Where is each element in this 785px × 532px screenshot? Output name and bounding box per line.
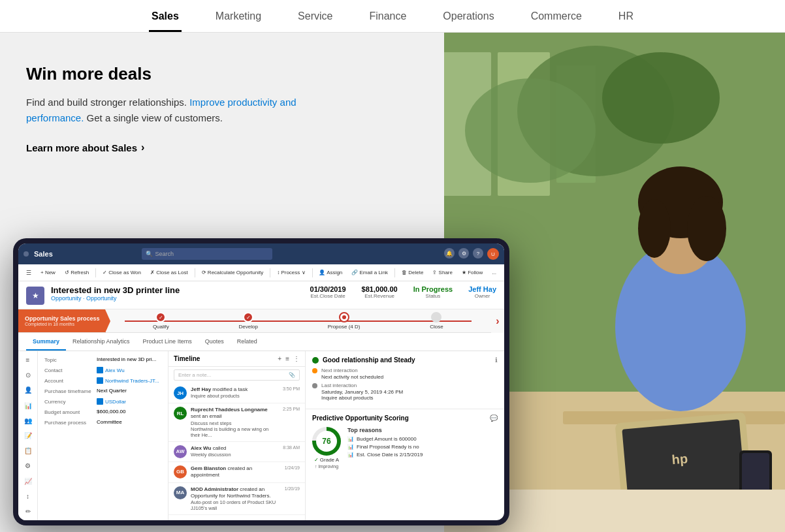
next-interaction-dot <box>312 368 317 373</box>
tab-product-line[interactable]: Product Line Items <box>136 333 199 351</box>
entry-author-3: Gem Blanston <box>191 465 226 471</box>
nav-back-icon[interactable]: ☰ <box>24 268 34 277</box>
close-won-button[interactable]: ✓ Close as Won <box>100 268 144 277</box>
add-timeline-icon[interactable]: + <box>278 355 281 362</box>
nav-item-finance[interactable]: Finance <box>366 1 409 31</box>
reason-text-1: Final Proposal Ready is no <box>357 444 419 450</box>
sidebar-icon-contacts[interactable]: 👤 <box>22 385 35 395</box>
field-topic-label: Topic <box>44 356 97 363</box>
scoring-content: 76 ✓ Grade A ↑ Improving <box>312 427 498 469</box>
propose-dot <box>339 312 349 322</box>
bell-icon[interactable]: 🔔 <box>444 248 455 258</box>
nav-item-service[interactable]: Service <box>295 1 335 31</box>
opp-revenue-label: Est.Revenue <box>362 293 398 299</box>
tablet-mockup: Sales 🔍 Search 🔔 ⚙ ? U ☰ + New <box>13 238 509 525</box>
crm-search-box[interactable]: 🔍 Search <box>142 248 272 260</box>
crm-screen: Sales 🔍 Search 🔔 ⚙ ? U ☰ + New <box>18 243 504 520</box>
field-currency-value[interactable]: USDollar <box>97 398 161 405</box>
sidebar-icon-teams[interactable]: 👥 <box>22 416 35 426</box>
scoring-chat-icon[interactable]: 💬 <box>490 415 498 422</box>
nav-item-marketing[interactable]: Marketing <box>213 1 264 31</box>
sidebar-icon-sync[interactable]: ↕ <box>22 492 35 501</box>
nav-item-sales[interactable]: Sales <box>149 1 182 31</box>
qualify-dot: ✓ <box>155 312 166 322</box>
close-label: Close <box>430 324 443 330</box>
process-step-propose[interactable]: Propose (4 D) <box>328 312 360 330</box>
help-icon[interactable]: ? <box>473 248 483 258</box>
settings-icon[interactable]: ⚙ <box>458 248 469 258</box>
svg-text:hp: hp <box>671 451 688 467</box>
email-link-button[interactable]: 🔗 Email a Link <box>349 268 391 277</box>
last-interaction-dot <box>312 383 317 388</box>
opp-owner-value: Jeff Hay <box>468 285 496 293</box>
process-step-develop[interactable]: ✓ Develop <box>239 312 258 330</box>
delete-button[interactable]: 🗑 Delete <box>399 268 426 277</box>
sidebar-icon-edit[interactable]: ✏ <box>22 507 35 516</box>
opportunity-icon: ★ <box>26 287 44 305</box>
timeline-entry-sub-2: Weekly discussion <box>191 452 279 458</box>
tab-quotes[interactable]: Quotes <box>199 333 231 351</box>
timeline-column: Timeline + ≡ ⋮ Enter a note... 📎 <box>168 351 306 520</box>
last-interaction-label: Last interaction <box>321 383 403 388</box>
timeline-entry-content-1: Ruprecht Thaddeus Longname sent an email… <box>191 407 279 438</box>
timeline-avatar-aw: AW <box>174 445 187 458</box>
timeline-entry-content-3: Gem Blanston created an appointment <box>191 465 281 479</box>
sidebar-icon-notes[interactable]: 📝 <box>22 431 35 441</box>
process-bar: Opportunity Sales process Completed in 1… <box>18 309 504 333</box>
account-name: Northwind Traders-JT... <box>105 378 159 384</box>
score-circle: 76 <box>312 427 341 456</box>
nav-item-commerce[interactable]: Commerce <box>528 1 585 31</box>
timeline-entry-time-3: 1/24/19 <box>285 465 300 470</box>
field-account-value[interactable]: Northwind Traders-JT... <box>97 377 161 384</box>
tab-related[interactable]: Related <box>231 333 264 351</box>
sidebar-icon-analytics[interactable]: 📈 <box>22 477 35 486</box>
crm-toolbar: ☰ + New ↺ Refresh ✓ Close as Won ✗ Close… <box>18 264 504 281</box>
tab-summary[interactable]: Summary <box>26 333 66 351</box>
sidebar-icon-home[interactable]: ⊙ <box>22 370 35 380</box>
score-reason-1: 📊 Final Proposal Ready is no <box>347 444 498 450</box>
close-lost-button[interactable]: ✗ Close as Lost <box>148 268 191 277</box>
process-step-close[interactable]: Close <box>430 312 443 330</box>
recalculate-button[interactable]: ⟳ Recalculate Opportunity <box>199 268 266 277</box>
share-button[interactable]: ⇪ Share <box>430 268 455 277</box>
timeline-entry-time-4: 1/20/19 <box>285 486 300 491</box>
process-button[interactable]: ↕ Process ∨ <box>274 268 308 277</box>
sidebar-icon-charts[interactable]: 📊 <box>22 401 35 411</box>
learn-more-link[interactable]: Learn more about Sales › <box>26 142 144 153</box>
more-button[interactable]: ... <box>489 268 499 277</box>
tab-relationship[interactable]: Relationship Analytics <box>66 333 136 351</box>
sidebar-icon-menu[interactable]: ≡ <box>22 355 35 365</box>
reason-text-2: Est. Close Date is 2/15/2019 <box>357 452 423 458</box>
sidebar-icon-settings[interactable]: ⚙ <box>22 461 35 471</box>
timeline-attachment-icon[interactable]: 📎 <box>289 372 295 378</box>
relationship-status-dot <box>312 357 319 364</box>
opp-status-label: Status <box>413 293 453 299</box>
more-timeline-icon[interactable]: ⋮ <box>293 355 300 362</box>
sidebar-icon-reports[interactable]: 📋 <box>22 446 35 456</box>
next-interaction-label: Next interaction <box>321 368 383 373</box>
timeline-note-input[interactable]: Enter a note... 📎 <box>174 369 300 381</box>
last-interaction-value: Saturday, January 5, 2019 4:26 PM <box>321 389 403 395</box>
timeline-entry-sub-1: Discuss next stepsNorthwind is building … <box>191 420 279 438</box>
nav-item-operations[interactable]: Operations <box>440 1 496 31</box>
process-step-qualify[interactable]: ✓ Qualify <box>153 312 169 330</box>
process-next-arrow[interactable]: › <box>491 309 504 333</box>
new-button[interactable]: + New <box>38 268 58 277</box>
user-avatar[interactable]: U <box>487 248 499 260</box>
trend-up-icon: ↑ <box>315 464 317 469</box>
chevron-right-icon: › <box>141 142 144 153</box>
timeline-avatar-gb: GB <box>174 465 187 478</box>
field-contact-value[interactable]: Alex Wu <box>97 367 161 373</box>
nav-item-hr[interactable]: HR <box>616 1 636 31</box>
timeline-entries: JH Jeff Hay modified a task Inquire abou… <box>168 383 305 520</box>
active-stage-name: Opportunity Sales process <box>25 315 100 322</box>
assign-button[interactable]: 👤 Assign <box>316 268 345 277</box>
filter-timeline-icon[interactable]: ≡ <box>285 355 289 362</box>
toolbar-separator-5 <box>394 268 395 277</box>
toolbar-separator-4 <box>312 268 313 277</box>
hero-section: Win more deals Find and build stronger r… <box>0 33 444 532</box>
toolbar-separator-2 <box>195 268 195 277</box>
follow-button[interactable]: ★ Follow <box>459 268 485 277</box>
refresh-button[interactable]: ↺ Refresh <box>62 268 91 277</box>
insight-info-icon[interactable]: ℹ <box>495 356 498 364</box>
